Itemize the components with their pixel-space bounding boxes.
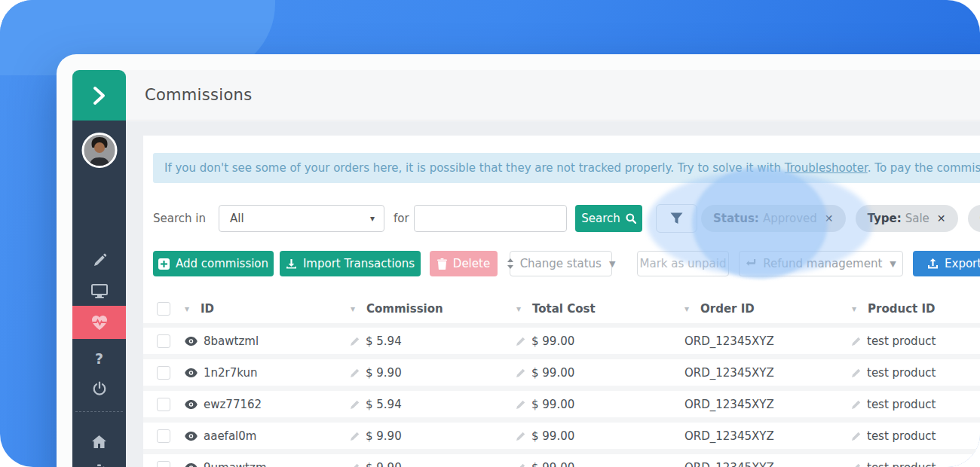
stopwatch-icon — [92, 464, 106, 467]
chip-close-icon[interactable]: ✕ — [937, 212, 946, 224]
change-status-button[interactable]: Change status ▼ — [510, 251, 612, 276]
sort-chevron-icon[interactable]: ▾ — [684, 304, 689, 314]
eye-icon[interactable] — [185, 368, 198, 377]
chip-close-icon[interactable]: ✕ — [825, 212, 834, 224]
column-header-commission[interactable]: Commission — [366, 302, 443, 316]
sort-chevron-icon[interactable]: ▾ — [351, 304, 355, 314]
pencil-edit-icon[interactable] — [351, 432, 360, 441]
row-checkbox[interactable] — [157, 429, 170, 443]
pencil-edit-icon[interactable] — [516, 368, 525, 377]
actions-row: Add commission Import Transactions Delet… — [143, 251, 980, 276]
mark-as-unpaid-button[interactable]: Mark as unpaid — [637, 251, 729, 276]
sort-chevron-icon[interactable]: ▾ — [852, 304, 856, 314]
search-field-select[interactable]: All ▾ — [219, 205, 384, 232]
row-checkbox[interactable] — [157, 366, 170, 380]
row-commission[interactable]: $ 9.90 — [366, 366, 402, 380]
filter-chip[interactable]: Campaign — [968, 205, 980, 232]
sort-chevron-icon[interactable]: ▾ — [516, 304, 521, 314]
pencil-edit-icon[interactable] — [516, 337, 525, 346]
filter-chip[interactable]: Type:Sale✕ — [856, 205, 958, 232]
add-commission-button[interactable]: Add commission — [153, 251, 274, 276]
pencil-edit-icon[interactable] — [516, 432, 525, 441]
row-total-cost[interactable]: $ 99.00 — [531, 429, 574, 443]
sidebar-toggle-button[interactable] — [72, 70, 126, 121]
refund-management-button[interactable]: Refund management ▼ — [739, 251, 903, 276]
column-header-id[interactable]: ID — [201, 302, 214, 316]
eye-icon[interactable] — [185, 337, 198, 346]
sidebar-item-edit[interactable] — [72, 246, 126, 276]
pencil-edit-icon[interactable] — [852, 337, 861, 346]
row-product-id[interactable]: test product — [867, 366, 936, 380]
eye-icon[interactable] — [185, 400, 198, 409]
pencil-edit-icon[interactable] — [351, 463, 360, 467]
row-id[interactable]: 9umawtzm — [204, 461, 267, 467]
table-row: ewz77162 $ 5.94 $ 99.00 ORD_12345XYZ tes… — [143, 391, 980, 423]
pencil-edit-icon[interactable] — [852, 432, 861, 441]
sort-chevron-icon[interactable]: ▾ — [185, 304, 189, 314]
row-total-cost[interactable]: $ 99.00 — [531, 461, 574, 467]
row-commission[interactable]: $ 5.94 — [366, 398, 402, 411]
eye-icon[interactable] — [185, 463, 198, 467]
row-commission[interactable]: $ 5.94 — [366, 334, 402, 348]
row-total-cost[interactable]: $ 99.00 — [531, 398, 574, 411]
row-product-id[interactable]: test product — [867, 398, 936, 411]
row-product-id[interactable]: test product — [867, 429, 936, 443]
pencil-edit-icon[interactable] — [351, 337, 360, 346]
row-checkbox[interactable] — [157, 398, 170, 411]
import-transactions-button[interactable]: Import Transactions — [280, 251, 421, 276]
sidebar-item-help[interactable]: ? — [72, 343, 126, 374]
column-header-total-cost[interactable]: Total Cost — [532, 302, 596, 316]
pencil-edit-icon[interactable] — [351, 368, 360, 377]
filter-funnel-icon — [670, 212, 683, 224]
row-product-id[interactable]: test product — [867, 334, 936, 348]
eye-icon[interactable] — [185, 432, 198, 441]
avatar[interactable] — [81, 133, 117, 168]
row-id[interactable]: ewz77162 — [204, 398, 262, 411]
pencil-edit-icon[interactable] — [516, 463, 525, 467]
search-in-label: Search in — [153, 205, 206, 232]
filter-button[interactable] — [656, 204, 697, 233]
help-icon: ? — [95, 350, 103, 367]
filter-chip[interactable]: Status:Approved✕ — [701, 205, 846, 232]
row-checkbox[interactable] — [157, 461, 170, 467]
row-id[interactable]: 1n2r7kun — [204, 366, 258, 380]
table-row: 1n2r7kun $ 9.90 $ 99.00 ORD_12345XYZ tes… — [143, 359, 980, 391]
troubleshooter-link[interactable]: Troubleshooter — [785, 161, 868, 175]
heart-pulse-icon — [90, 315, 109, 331]
sidebar-item-home[interactable] — [72, 426, 126, 456]
pencil-edit-icon[interactable] — [852, 368, 861, 377]
sidebar-divider — [75, 411, 123, 412]
row-id[interactable]: 8bawtzml — [204, 334, 259, 348]
plus-square-icon — [158, 258, 170, 270]
delete-button[interactable]: Delete — [430, 251, 498, 276]
row-commission[interactable]: $ 9.90 — [366, 461, 402, 467]
filter-chips: Status:Approved✕ Type:Sale✕ Campaign — [701, 205, 980, 232]
table-header-row: ▾ID ▾Commission ▾Total Cost ▾Order ID ▾P… — [143, 294, 980, 328]
row-commission[interactable]: $ 9.90 — [366, 429, 402, 443]
search-for-label: for — [394, 205, 409, 232]
row-total-cost[interactable]: $ 99.00 — [531, 366, 574, 380]
row-product-id[interactable]: test product — [867, 461, 936, 467]
search-button[interactable]: Search — [575, 205, 642, 232]
sidebar-item-timer[interactable] — [72, 456, 126, 467]
pencil-edit-icon[interactable] — [516, 400, 525, 409]
row-order-id: ORD_12345XYZ — [684, 429, 774, 443]
row-checkbox[interactable] — [157, 334, 170, 348]
power-icon — [92, 381, 107, 396]
pencil-edit-icon[interactable] — [351, 400, 360, 409]
chevron-down-icon: ▾ — [370, 206, 375, 231]
export-button[interactable]: Export to — [913, 251, 980, 276]
pencil-edit-icon[interactable] — [852, 400, 861, 409]
pencil-edit-icon[interactable] — [852, 463, 861, 467]
search-input[interactable] — [414, 205, 567, 232]
sidebar-item-commissions[interactable] — [72, 306, 126, 339]
app-window: Commissions — [57, 54, 980, 467]
monitor-icon — [91, 284, 108, 298]
column-header-product-id[interactable]: Product ID — [868, 302, 935, 316]
sidebar-item-display[interactable] — [72, 276, 126, 306]
column-header-order-id[interactable]: Order ID — [700, 302, 755, 316]
row-id[interactable]: aaefal0m — [204, 429, 256, 443]
row-total-cost[interactable]: $ 99.00 — [531, 334, 574, 348]
sidebar-item-power[interactable] — [72, 374, 126, 404]
select-all-checkbox[interactable] — [157, 302, 170, 316]
